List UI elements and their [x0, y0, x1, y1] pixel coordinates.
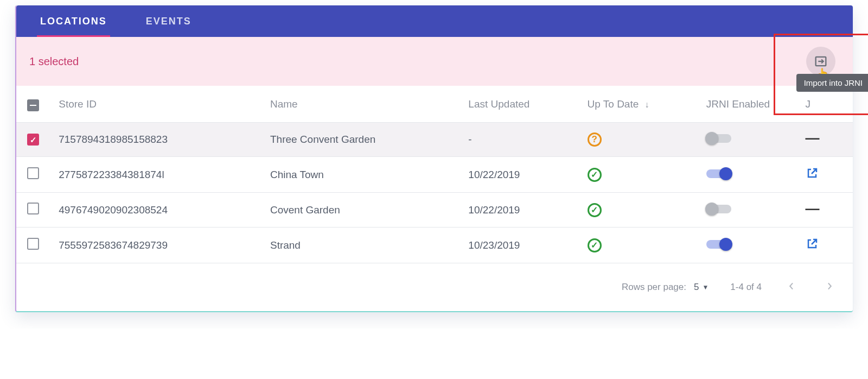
rows-per-page-label: Rows per page:	[622, 282, 686, 293]
table-row: 7555972583674829739Strand10/23/2019	[16, 228, 853, 263]
store-id-cell: 7157894318985158823	[59, 134, 168, 145]
locations-table: Store ID Name Last Updated Up To Date ↓ …	[16, 86, 853, 263]
name-cell: China Town	[270, 169, 324, 180]
open-external-button[interactable]	[806, 170, 819, 182]
dash-icon: —	[806, 130, 820, 146]
name-cell: Strand	[270, 239, 301, 251]
header-name[interactable]: Name	[265, 86, 463, 123]
selection-count: 1 selected	[29, 55, 79, 68]
import-into-jrni-button[interactable]: 👆	[806, 47, 835, 76]
rows-per-page-value: 5	[694, 282, 699, 293]
row-checkbox[interactable]	[27, 167, 39, 179]
selection-bar: 1 selected 👆 Import into JRNI	[16, 37, 853, 86]
sort-desc-icon: ↓	[645, 100, 649, 110]
pagination-range: 1-4 of 4	[730, 282, 762, 293]
table-row: 277587223384381874lChina Town10/22/2019	[16, 157, 853, 193]
prev-page-button[interactable]	[783, 280, 800, 295]
jrni-enabled-toggle[interactable]	[706, 240, 731, 249]
last-updated-cell: -	[468, 134, 471, 145]
name-cell: Three Convent Garden	[270, 134, 375, 145]
checkmark-circle-icon	[588, 168, 602, 182]
tab-label: LOCATIONS	[40, 16, 107, 27]
jrni-enabled-toggle[interactable]	[706, 134, 731, 143]
next-page-button[interactable]	[821, 280, 838, 295]
tabs-bar: LOCATIONS EVENTS	[16, 5, 853, 37]
dash-icon: —	[806, 200, 820, 217]
checkmark-circle-icon	[588, 203, 602, 217]
jrni-enabled-toggle[interactable]	[706, 169, 731, 178]
question-circle-icon: ?	[588, 132, 602, 147]
dropdown-icon: ▼	[702, 283, 709, 291]
header-store-id[interactable]: Store ID	[53, 86, 265, 123]
rows-per-page-select[interactable]: 5 ▼	[694, 282, 709, 293]
tab-events[interactable]: EVENTS	[126, 5, 211, 37]
name-cell: Covent Garden	[270, 204, 340, 216]
table-footer: Rows per page: 5 ▼ 1-4 of 4	[16, 263, 853, 311]
header-up-to-date[interactable]: Up To Date ↓	[582, 86, 701, 123]
table-row: 4976749020902308524Covent Garden10/22/20…	[16, 193, 853, 228]
select-all-checkbox[interactable]	[27, 99, 39, 111]
header-last-updated[interactable]: Last Updated	[463, 86, 582, 123]
import-icon	[813, 54, 828, 69]
import-tooltip: Import into JRNI	[796, 74, 868, 92]
header-up-to-date-label: Up To Date	[588, 98, 639, 110]
rows-per-page: Rows per page: 5 ▼	[622, 282, 709, 293]
table-row: 7157894318985158823Three Convent Garden-…	[16, 123, 853, 157]
jrni-enabled-toggle[interactable]	[706, 205, 731, 213]
row-checkbox[interactable]	[27, 203, 39, 214]
store-id-cell: 277587223384381874l	[59, 169, 164, 180]
header-jrni-enabled[interactable]: JRNI Enabled	[701, 86, 800, 123]
row-checkbox[interactable]	[27, 134, 39, 146]
open-external-button[interactable]	[806, 241, 819, 252]
main-panel: LOCATIONS EVENTS 1 selected 👆 Import int…	[15, 5, 853, 312]
last-updated-cell: 10/23/2019	[468, 239, 520, 251]
store-id-cell: 4976749020902308524	[59, 204, 168, 216]
last-updated-cell: 10/22/2019	[468, 169, 520, 180]
tab-locations[interactable]: LOCATIONS	[21, 5, 126, 37]
row-checkbox[interactable]	[27, 238, 39, 250]
tab-label: EVENTS	[146, 16, 192, 27]
store-id-cell: 7555972583674829739	[59, 239, 168, 251]
checkmark-circle-icon	[588, 238, 602, 252]
last-updated-cell: 10/22/2019	[468, 204, 520, 216]
